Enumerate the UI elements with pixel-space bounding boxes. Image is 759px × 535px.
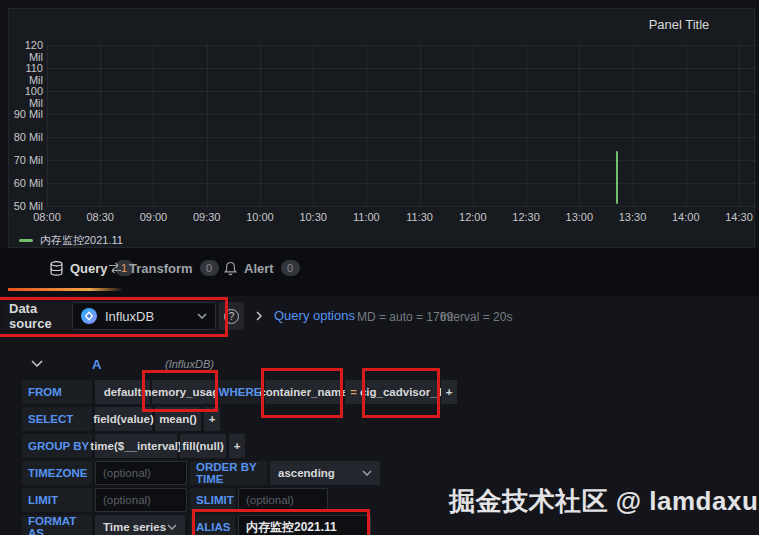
format-as-value: Time series: [103, 521, 166, 533]
query-ref-id[interactable]: A: [92, 357, 101, 372]
x-gridline: [366, 45, 367, 206]
x-gridline: [686, 45, 687, 206]
datasource-value: InfluxDB: [105, 309, 189, 324]
x-gridline: [153, 45, 154, 206]
x-gridline: [579, 45, 580, 206]
format-as-select[interactable]: Time series: [95, 515, 185, 535]
query-collapse-toggle[interactable]: [31, 360, 43, 367]
y-axis-tick-label: 70 Mil: [9, 154, 43, 166]
x-axis-tick-label: 14:00: [664, 211, 708, 223]
x-axis-tick-label: 13:30: [611, 211, 655, 223]
database-icon: [50, 261, 63, 276]
tag-key-segment[interactable]: container_name: [265, 380, 342, 404]
legend[interactable]: 内存监控2021.11: [19, 233, 123, 248]
aggregation-segment[interactable]: mean(): [155, 407, 201, 431]
x-axis-tick-label: 11:00: [344, 211, 388, 223]
x-axis-tick-label: 09:00: [131, 211, 175, 223]
datasource-help-button[interactable]: ?: [219, 302, 244, 330]
x-axis-tick-label: 08:00: [25, 211, 69, 223]
add-group-by-button[interactable]: +: [229, 434, 245, 458]
order-by-select[interactable]: ascending: [270, 461, 380, 485]
y-axis-tick-label: 90 Mil: [9, 108, 43, 120]
x-gridline: [313, 45, 314, 206]
x-axis-tick-label: 12:30: [504, 211, 548, 223]
tab-transform-label: Transform: [129, 261, 193, 276]
chevron-down-icon: [31, 360, 43, 367]
datasource-picker[interactable]: InfluxDB: [72, 302, 216, 330]
fill-segment[interactable]: fill(null): [180, 434, 226, 458]
limit-keyword: LIMIT: [22, 488, 92, 512]
x-axis-tick-label: 10:00: [238, 211, 282, 223]
series-data-spike[interactable]: [616, 151, 618, 204]
alias-keyword: ALIAS: [190, 515, 235, 535]
legend-series-label[interactable]: 内存监控2021.11: [40, 233, 123, 248]
x-gridline: [526, 45, 527, 206]
legend-series-color-dash: [19, 239, 33, 242]
bell-icon: [224, 261, 237, 276]
y-axis-tick-label: 110 Mil: [9, 62, 43, 86]
timezone-input[interactable]: [95, 461, 187, 485]
help-question-icon: ?: [224, 309, 239, 324]
y-axis-tick-label: 120 Mil: [9, 39, 43, 63]
query-options-toggle[interactable]: Query options: [256, 308, 355, 323]
x-axis-tick-label: 13:00: [557, 211, 601, 223]
tab-transform-count: 0: [200, 260, 219, 276]
where-keyword: WHERE: [218, 380, 262, 404]
order-by-time-keyword: ORDER BY TIME: [190, 461, 267, 485]
alias-input[interactable]: [238, 515, 371, 535]
slimit-keyword: SLIMIT: [190, 488, 235, 512]
datasource-label: Data source: [3, 302, 72, 330]
x-gridline: [260, 45, 261, 206]
add-condition-button[interactable]: +: [441, 380, 457, 404]
limit-input[interactable]: [95, 488, 187, 512]
x-gridline: [420, 45, 421, 206]
transform-icon: [108, 261, 122, 275]
x-axis-tick-label: 08:30: [78, 211, 122, 223]
from-keyword: FROM: [22, 380, 92, 404]
query-options-label: Query options: [274, 308, 355, 323]
grafana-panel-editor: Panel Title 内存监控2021.11 120 Mil110 Mil10…: [0, 0, 759, 535]
y-axis-tick-label: 100 Mil: [9, 85, 43, 109]
tab-alert-count: 0: [281, 260, 300, 276]
add-select-button[interactable]: +: [204, 407, 220, 431]
tag-value-segment[interactable]: cig_cadvisor_1: [365, 380, 438, 404]
query-datasource-hint: (InfluxDB): [165, 358, 214, 370]
order-by-value: ascending: [278, 467, 335, 479]
chevron-down-icon: [167, 524, 177, 530]
group-by-keyword: GROUP BY: [22, 434, 92, 458]
y-axis-tick-label: 60 Mil: [9, 177, 43, 189]
select-keyword: SELECT: [22, 407, 92, 431]
chevron-down-icon: [197, 313, 207, 319]
tab-transform[interactable]: Transform 0: [108, 260, 219, 276]
timezone-keyword: TIMEZONE: [22, 461, 92, 485]
panel-title[interactable]: Panel Title: [599, 17, 759, 32]
x-gridline: [473, 45, 474, 206]
slimit-input[interactable]: [238, 488, 328, 512]
x-gridline: [633, 45, 634, 206]
group-by-time-segment[interactable]: time($__interval): [95, 434, 177, 458]
tab-alert[interactable]: Alert 0: [224, 260, 300, 276]
chevron-right-icon: [256, 311, 262, 321]
tab-query-label: Query: [70, 261, 108, 276]
max-data-points-readout: MD = auto = 1769: [357, 310, 453, 324]
x-gridline: [47, 45, 48, 206]
x-axis-tick-label: 11:30: [398, 211, 442, 223]
active-tab-underline: [8, 288, 124, 291]
field-segment[interactable]: field(value): [95, 407, 152, 431]
format-as-keyword: FORMAT AS: [22, 515, 92, 535]
chevron-down-icon: [362, 470, 372, 476]
influxdb-logo-icon: [81, 308, 97, 324]
x-gridline: [100, 45, 101, 206]
measurement-segment[interactable]: memory_usage: [152, 380, 215, 404]
watermark-text: 掘金技术社区 @ lamdaxu: [449, 484, 759, 519]
x-axis-tick-label: 09:30: [185, 211, 229, 223]
x-gridline: [207, 45, 208, 206]
x-gridline: [739, 45, 740, 206]
x-axis-tick-label: 10:30: [291, 211, 335, 223]
tab-alert-label: Alert: [244, 261, 274, 276]
y-gridline: [47, 206, 756, 207]
interval-readout: Interval = 20s: [440, 310, 512, 324]
y-axis-tick-label: 80 Mil: [9, 131, 43, 143]
x-axis-tick-label: 14:30: [717, 211, 759, 223]
chart-panel: Panel Title 内存监控2021.11 120 Mil110 Mil10…: [8, 8, 755, 248]
